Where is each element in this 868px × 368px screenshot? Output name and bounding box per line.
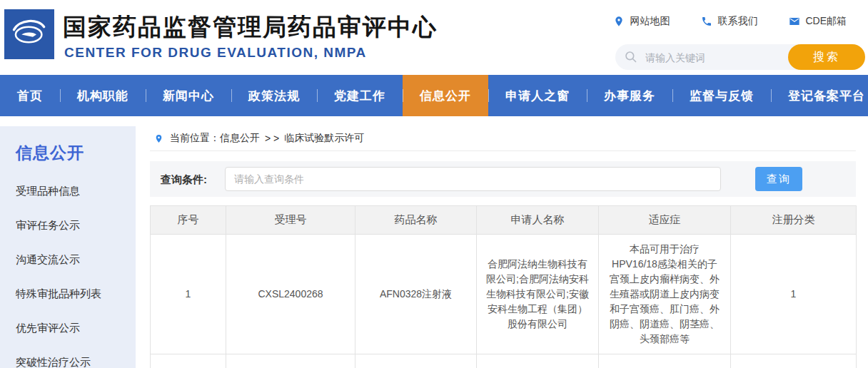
nav-item-supervision-feedback[interactable]: 监督与反馈 (672, 75, 771, 116)
cell-acceptance_no: CXSL2400268 (226, 235, 355, 354)
site-search-bar: 搜索 (615, 44, 865, 70)
nav-item-news-center[interactable]: 新闻中心 (146, 75, 231, 116)
nav-item-services[interactable]: 办事服务 (587, 75, 672, 116)
table-column-header: 药品名称 (355, 206, 477, 235)
quick-link-sitemap[interactable]: 网站地图 (613, 15, 670, 28)
sidebar-item-communication[interactable]: 沟通交流公示 (16, 242, 136, 277)
quick-link-label: 网站地图 (630, 15, 670, 28)
sidebar-item-accepted-varieties[interactable]: 受理品种信息 (16, 174, 136, 208)
table-column-header: 注册分类 (731, 206, 857, 235)
header-quick-links: 网站地图联系我们CDE邮箱 (613, 15, 847, 28)
cell-empty (599, 354, 731, 368)
results-table: 序号受理号药品名称申请人名称适应症注册分类 1CXSL2400268AFN032… (150, 205, 857, 368)
site-search-button[interactable]: 搜索 (788, 44, 865, 70)
nav-item-policies-regulations[interactable]: 政策法规 (231, 75, 317, 116)
query-condition-input[interactable] (225, 167, 721, 191)
nav-item-applicant-window[interactable]: 申请人之窗 (488, 75, 587, 116)
cell-empty (355, 354, 477, 368)
sidebar-item-review-tasks[interactable]: 审评任务公示 (16, 208, 136, 242)
cell-empty (226, 354, 355, 368)
cell-drug_name: AFN0328注射液 (355, 235, 477, 354)
sidebar-item-priority-review[interactable]: 优先审评公示 (16, 311, 136, 345)
nav-item-registration-platform[interactable]: 登记备案平台 (771, 75, 868, 116)
table-row-partial (151, 354, 857, 368)
query-label: 查询条件: (161, 173, 207, 187)
location-pin-icon (154, 133, 163, 145)
site-subtitle-en: CENTER FOR DRUG EVALUATION, NMPA (64, 45, 367, 61)
site-title: 国家药品监督管理局药品审评中心 (63, 11, 438, 44)
nav-item-org-functions[interactable]: 机构职能 (60, 75, 146, 116)
quick-link-contact-us[interactable]: 联系我们 (701, 15, 757, 28)
location-pin-icon (613, 16, 625, 27)
sidebar-info-disclosure: 信息公开 受理品种信息审评任务公示沟通交流公示特殊审批品种列表优先审评公示突破性… (0, 126, 136, 368)
quick-link-label: CDE邮箱 (805, 15, 847, 28)
table-header-row: 序号受理号药品名称申请人名称适应症注册分类 (151, 206, 857, 235)
sidebar-item-special-approval-list[interactable]: 特殊审批品种列表 (16, 277, 136, 311)
cde-page: 国家药品监督管理局药品审评中心 CENTER FOR DRUG EVALUATI… (0, 0, 868, 368)
search-icon (625, 51, 637, 63)
sidebar-title: 信息公开 (16, 142, 136, 164)
breadcrumb-current: 临床试验默示许可 (284, 132, 364, 145)
nav-item-home[interactable]: 首页 (0, 75, 60, 116)
nav-item-info-disclosure[interactable]: 信息公开 (403, 75, 488, 116)
query-button[interactable]: 查询 (755, 167, 802, 191)
cell-indication: 本品可用于治疗HPV16/18感染相关的子宫颈上皮内瘤样病变、外生殖器或阴道上皮… (599, 235, 731, 354)
table-column-header: 适应症 (599, 206, 731, 235)
quick-link-label: 联系我们 (717, 15, 757, 28)
site-header: 国家药品监督管理局药品审评中心 CENTER FOR DRUG EVALUATI… (0, 0, 868, 75)
cell-empty (151, 354, 226, 368)
site-logo[interactable] (4, 9, 54, 59)
site-search-input[interactable] (644, 45, 782, 71)
cell-empty (477, 354, 599, 368)
cell-applicant: 合肥阿法纳生物科技有限公司;合肥阿法纳安科生物科技有限公司;安徽安科生物工程（集… (477, 235, 599, 354)
cell-seq: 1 (151, 235, 226, 354)
table-column-header: 序号 (151, 206, 226, 235)
table-column-header: 申请人名称 (477, 206, 599, 235)
main-content: 当前位置： 信息公开 > > 临床试验默示许可 查询条件: 查询 序号受理号药品… (150, 126, 856, 368)
table-column-header: 受理号 (226, 206, 355, 235)
breadcrumb-section[interactable]: 信息公开 (220, 132, 260, 145)
phone-icon (701, 16, 712, 27)
breadcrumb-prefix: 当前位置： (170, 132, 220, 145)
query-bar: 查询条件: 查询 (150, 161, 856, 197)
cell-empty (731, 354, 857, 368)
quick-link-cde-mail[interactable]: CDE邮箱 (789, 15, 847, 28)
table-row: 1CXSL2400268AFN0328注射液合肥阿法纳生物科技有限公司;合肥阿法… (151, 235, 857, 354)
sidebar-item-breakthrough-therapy[interactable]: 突破性治疗公示 (16, 345, 136, 368)
breadcrumb: 当前位置： 信息公开 > > 临床试验默示许可 (150, 126, 856, 151)
main-nav: 首页机构职能新闻中心政策法规党建工作信息公开申请人之窗办事服务监督与反馈登记备案… (0, 75, 868, 116)
cell-reg_class: 1 (731, 235, 857, 354)
logo-icon (9, 12, 50, 56)
nav-item-party-building[interactable]: 党建工作 (317, 75, 403, 116)
mail-icon (789, 16, 800, 27)
breadcrumb-separator: > > (265, 133, 279, 144)
